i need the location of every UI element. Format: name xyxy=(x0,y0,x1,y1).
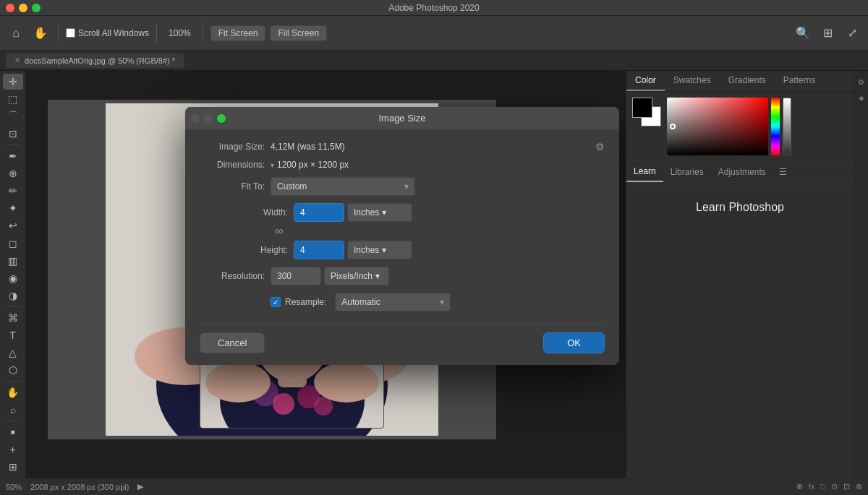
link-icon-col: ∞ xyxy=(271,225,288,238)
resolution-unit-label: Pixels/Inch xyxy=(331,271,373,281)
resample-value: Automatic xyxy=(341,297,380,307)
dimensions-row: Dimensions: ▾ 1200 px × 1200 px xyxy=(200,160,605,170)
fit-to-select[interactable]: Custom ▾ xyxy=(271,177,415,196)
image-size-label: Image Size: xyxy=(200,142,265,152)
alpha-slider[interactable] xyxy=(783,98,791,155)
pen-tool[interactable]: ⌘ xyxy=(3,310,23,326)
link-row: ∞ xyxy=(200,225,605,238)
cancel-button[interactable]: Cancel xyxy=(200,332,265,353)
dimensions-value-group: ▾ 1200 px × 1200 px xyxy=(271,160,349,170)
height-unit-select[interactable]: Inches ▾ xyxy=(347,241,412,259)
minimize-button[interactable] xyxy=(19,4,27,12)
status-icon-3[interactable]: □ xyxy=(820,482,825,491)
sidebar-panel-icon-2[interactable]: ◈ xyxy=(855,91,868,104)
hand-tool-icon[interactable]: ✋ xyxy=(30,23,51,43)
scroll-all-windows-toggle[interactable]: Scroll All Windows xyxy=(66,28,149,38)
selection-tool[interactable]: ⬚ xyxy=(3,91,23,107)
eraser-tool[interactable]: ◻ xyxy=(3,235,23,251)
width-input[interactable] xyxy=(294,203,344,222)
status-icon-6[interactable]: ⊗ xyxy=(856,482,862,491)
tab-gradients[interactable]: Gradients xyxy=(720,71,775,91)
scroll-all-checkbox[interactable] xyxy=(66,28,75,38)
history-tool[interactable]: ↩ xyxy=(3,218,23,233)
hue-slider[interactable] xyxy=(771,98,780,155)
fit-screen-button[interactable]: Fit Screen xyxy=(210,25,266,41)
tool-separator-2 xyxy=(6,306,20,307)
tab-swatches[interactable]: Swatches xyxy=(665,71,720,91)
document-tab[interactable]: ✕ docsSampleAltOrig.jpg @ 50% (RGB/8#) * xyxy=(6,53,184,68)
crop-tool[interactable]: ⊡ xyxy=(3,126,23,142)
resolution-unit-select[interactable]: Pixels/Inch ▾ xyxy=(324,267,389,285)
ok-button[interactable]: OK xyxy=(543,332,605,353)
svg-point-23 xyxy=(273,393,294,415)
maximize-button[interactable] xyxy=(32,4,41,12)
tool-separator-4 xyxy=(6,421,20,421)
lasso-tool[interactable]: ⌒ xyxy=(3,108,23,124)
tab-learn[interactable]: Learn xyxy=(626,162,663,182)
resolution-unit-arrow-icon: ▾ xyxy=(375,271,380,281)
fill-screen-button[interactable]: Fill Screen xyxy=(270,25,327,41)
dialog-title-text: Image Size xyxy=(378,113,425,124)
learn-title: Learn Photoshop xyxy=(632,195,848,220)
tab-color[interactable]: Color xyxy=(626,71,665,91)
foreground-color-swatch[interactable] xyxy=(632,98,652,118)
learn-tabs-section: Learn Libraries Adjustments ☰ xyxy=(626,161,854,183)
resolution-input-group: Pixels/Inch ▾ xyxy=(271,267,605,285)
zoom-in-tool[interactable]: + xyxy=(3,442,23,457)
tab-adjustments[interactable]: Adjustments xyxy=(711,163,773,181)
canvas-area[interactable]: Image Size Image Size: 4,12M (was 11,5M)… xyxy=(26,71,626,478)
blur-tool[interactable]: ◉ xyxy=(3,270,23,286)
tab-patterns[interactable]: Patterns xyxy=(775,71,825,91)
gradient-tool[interactable]: ▥ xyxy=(3,253,23,269)
tab-close-icon[interactable]: ✕ xyxy=(14,56,20,64)
resample-checkbox[interactable]: ✓ xyxy=(271,297,281,307)
shape-tool[interactable]: ⬡ xyxy=(3,362,23,378)
tool-separator-3 xyxy=(6,381,20,382)
close-button[interactable] xyxy=(6,4,14,12)
width-unit-select[interactable]: Inches ▾ xyxy=(347,203,412,222)
home-icon[interactable]: ⌂ xyxy=(6,23,26,43)
dialog-traffic-lights[interactable] xyxy=(191,114,226,123)
expand-icon[interactable]: ⤢ xyxy=(842,23,862,43)
fg-bg-swatches[interactable] xyxy=(632,98,661,126)
height-unit-arrow-icon: ▾ xyxy=(382,245,386,255)
color-gradient-area[interactable] xyxy=(667,98,768,155)
title-bar: Adobe Photoshop 2020 xyxy=(0,0,868,16)
status-bar: 50% 2008 px x 2008 px (300 ppi) ▶ ⊕ fx □… xyxy=(0,478,868,495)
dialog-max-dot[interactable] xyxy=(217,114,226,123)
healing-tool[interactable]: ⊕ xyxy=(3,165,23,181)
status-icon-4[interactable]: ⊙ xyxy=(831,482,838,491)
height-unit-label: Inches xyxy=(354,245,379,255)
search-icon[interactable]: 🔍 xyxy=(793,23,813,43)
clone-tool[interactable]: ✦ xyxy=(3,200,23,216)
status-icon-1[interactable]: ⊕ xyxy=(796,482,803,491)
arrange-icon[interactable]: ⊞ xyxy=(817,23,838,43)
path-tool[interactable]: △ xyxy=(3,345,23,361)
dialog-min-dot[interactable] xyxy=(204,114,213,123)
sidebar-panel-icon-1[interactable]: ⚙ xyxy=(855,75,868,88)
resolution-input[interactable] xyxy=(271,267,321,285)
resample-select[interactable]: Automatic ▾ xyxy=(335,293,451,311)
zoom-tool[interactable]: ⌕ xyxy=(3,402,23,418)
type-tool[interactable]: T xyxy=(3,327,23,343)
eyedropper-tool[interactable]: ✒ xyxy=(3,148,23,164)
tab-libraries[interactable]: Libraries xyxy=(663,163,711,181)
height-input[interactable] xyxy=(294,241,344,259)
panel-menu-icon[interactable]: ☰ xyxy=(773,167,793,177)
dialog-footer: Cancel OK xyxy=(200,323,605,353)
fit-to-arrow-icon: ▾ xyxy=(404,181,409,191)
extra-tool[interactable]: ⊞ xyxy=(3,459,23,475)
dimensions-arrow-icon[interactable]: ▾ xyxy=(271,161,274,169)
dodge-tool[interactable]: ◑ xyxy=(3,288,23,304)
settings-gear-icon[interactable]: ⚙ xyxy=(595,141,605,152)
traffic-lights[interactable] xyxy=(6,4,41,12)
constrain-proportions-icon[interactable]: ∞ xyxy=(275,225,283,238)
foreground-color[interactable]: ■ xyxy=(3,424,23,440)
spectrum-wrap xyxy=(667,98,848,155)
dialog-close-dot[interactable] xyxy=(191,114,200,123)
brush-tool[interactable]: ✏ xyxy=(3,183,23,199)
status-icon-5[interactable]: ⊡ xyxy=(843,482,850,491)
status-icon-2[interactable]: fx xyxy=(809,482,815,491)
hand-tool[interactable]: ✋ xyxy=(3,384,23,400)
move-tool[interactable]: ✛ xyxy=(3,74,23,90)
